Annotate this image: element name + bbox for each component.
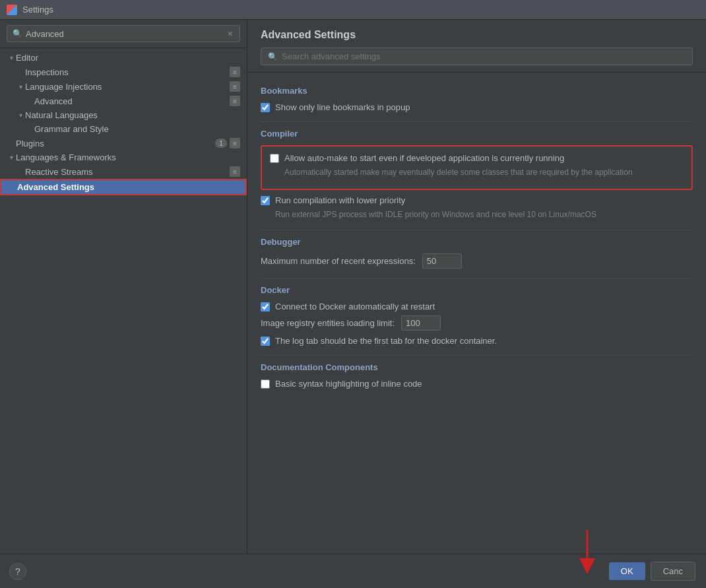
right-search-input[interactable] — [282, 51, 686, 61]
allow-auto-make-subtext: Automatically started make may eventuall… — [284, 167, 684, 178]
tree-item-languages-frameworks[interactable]: ▾ Languages & Frameworks — [0, 150, 247, 164]
settings-icon: ≡ — [230, 67, 240, 77]
plugins-badge: 1 — [215, 139, 227, 148]
log-tab-row: The log tab should be the first tab for … — [261, 336, 693, 346]
image-registry-label: Image registry entities loading limit: — [261, 318, 395, 328]
left-search-wrapper: 🔍 × — [7, 25, 240, 42]
bottom-bar: ? OK Canc — [0, 554, 706, 588]
tree-label-advanced: Advanced — [34, 96, 230, 106]
max-recent-expressions-label: Maximum number of recent expressions: — [261, 256, 416, 266]
spacer-icon — [16, 67, 25, 77]
chevron-down-icon-3: ▾ — [16, 111, 25, 120]
spacer-icon-5 — [16, 167, 25, 176]
tree-item-reactive-streams[interactable]: Reactive Streams ≡ — [0, 164, 247, 179]
connect-docker-checkbox[interactable] — [261, 302, 270, 311]
settings-icon-2: ≡ — [230, 81, 240, 92]
tree-item-editor[interactable]: ▾ Editor — [0, 51, 247, 65]
run-compilation-row: Run compilation with lower priority — [261, 195, 693, 205]
spacer-icon-2 — [25, 96, 34, 106]
tree-area: ▾ Editor Inspections ≡ ▾ Language Inject… — [0, 48, 247, 554]
tree-item-advanced[interactable]: Advanced ≡ — [0, 94, 247, 108]
settings-icon-4: ≡ — [230, 138, 240, 148]
tree-item-plugins[interactable]: Plugins 1 ≡ — [0, 136, 247, 150]
right-search-wrapper: 🔍 — [261, 48, 693, 65]
docker-section-title: Docker — [261, 285, 693, 295]
max-recent-expressions-row: Maximum number of recent expressions: — [261, 253, 693, 269]
divider-2 — [261, 230, 693, 230]
tree-label-languages-frameworks: Languages & Frameworks — [16, 152, 240, 162]
tree-label-language-injections: Language Injections — [25, 82, 230, 92]
chevron-down-icon-2: ▾ — [16, 82, 25, 91]
tree-label-reactive-streams: Reactive Streams — [25, 167, 230, 177]
tree-item-inspections[interactable]: Inspections ≡ — [0, 65, 247, 79]
doc-components-section-title: Documentation Components — [261, 362, 693, 372]
divider-1 — [261, 121, 693, 122]
spacer-icon-4 — [7, 139, 16, 148]
log-tab-checkbox[interactable] — [261, 337, 270, 346]
tree-item-natural-languages[interactable]: ▾ Natural Languages — [0, 108, 247, 122]
tree-label-editor: Editor — [16, 53, 240, 63]
left-search-input[interactable] — [26, 29, 223, 39]
image-registry-row: Image registry entities loading limit: — [261, 315, 693, 331]
spacer-icon-6 — [8, 183, 17, 192]
clear-search-button[interactable]: × — [226, 28, 234, 39]
search-bar: 🔍 × — [0, 20, 247, 48]
connect-docker-label: Connect to Docker automatically at resta… — [275, 302, 435, 311]
app-icon — [7, 5, 17, 15]
ok-button[interactable]: OK — [609, 562, 645, 580]
tree-item-advanced-settings[interactable]: Advanced Settings — [0, 179, 247, 195]
run-compilation-checkbox[interactable] — [261, 196, 270, 205]
basic-syntax-row: Basic syntax highlighting of inline code — [261, 379, 693, 389]
tree-label-advanced-settings: Advanced Settings — [17, 182, 239, 192]
connect-docker-row: Connect to Docker automatically at resta… — [261, 302, 693, 311]
tree-item-grammar-style[interactable]: Grammar and Style — [0, 122, 247, 136]
run-compilation-subtext: Run external JPS process with IDLE prior… — [275, 209, 693, 220]
chevron-down-icon: ▾ — [7, 53, 16, 63]
help-button[interactable]: ? — [9, 563, 26, 580]
tree-label-plugins: Plugins — [16, 139, 215, 148]
divider-3 — [261, 278, 693, 278]
left-search-icon: 🔍 — [13, 29, 22, 38]
cancel-button[interactable]: Canc — [651, 562, 695, 581]
title-bar-text: Settings — [22, 5, 53, 15]
show-only-line-bookmarks-row: Show only line bookmarks in popup — [261, 102, 693, 112]
settings-icon-3: ≡ — [230, 96, 240, 106]
compiler-section-title: Compiler — [261, 129, 693, 139]
right-header: Advanced Settings 🔍 — [247, 20, 706, 73]
main-content: 🔍 × ▾ Editor Inspections ≡ ▾ Language In… — [0, 20, 706, 554]
compiler-section-box: Allow auto-make to start even if develop… — [261, 145, 693, 190]
settings-icon-5: ≡ — [230, 166, 240, 177]
right-search-icon: 🔍 — [268, 52, 278, 61]
page-title: Advanced Settings — [261, 29, 693, 41]
show-only-line-bookmarks-checkbox[interactable] — [261, 103, 270, 112]
left-panel: 🔍 × ▾ Editor Inspections ≡ ▾ Language In… — [0, 20, 247, 554]
spacer-icon-3 — [25, 125, 34, 134]
debugger-section-title: Debugger — [261, 237, 693, 247]
settings-body: Bookmarks Show only line bookmarks in po… — [247, 73, 706, 554]
tree-label-natural-languages: Natural Languages — [25, 110, 240, 120]
divider-4 — [261, 355, 693, 356]
allow-auto-make-label: Allow auto-make to start even if develop… — [284, 153, 564, 163]
image-registry-input[interactable] — [401, 315, 441, 331]
allow-auto-make-checkbox[interactable] — [270, 154, 279, 163]
allow-auto-make-row: Allow auto-make to start even if develop… — [270, 153, 684, 163]
tree-label-inspections: Inspections — [25, 67, 230, 77]
max-recent-expressions-input[interactable] — [422, 253, 462, 269]
title-bar: Settings — [0, 0, 706, 20]
tree-label-grammar-style: Grammar and Style — [34, 124, 240, 134]
run-compilation-label: Run compilation with lower priority — [275, 195, 405, 205]
show-only-line-bookmarks-label: Show only line bookmarks in popup — [275, 102, 410, 112]
right-panel: Advanced Settings 🔍 Bookmarks Show only … — [247, 20, 706, 554]
tree-item-language-injections[interactable]: ▾ Language Injections ≡ — [0, 79, 247, 94]
chevron-down-icon-4: ▾ — [7, 153, 16, 162]
bookmarks-section-title: Bookmarks — [261, 86, 693, 96]
basic-syntax-label: Basic syntax highlighting of inline code — [275, 379, 422, 389]
basic-syntax-checkbox[interactable] — [261, 379, 270, 389]
log-tab-label: The log tab should be the first tab for … — [275, 336, 497, 346]
